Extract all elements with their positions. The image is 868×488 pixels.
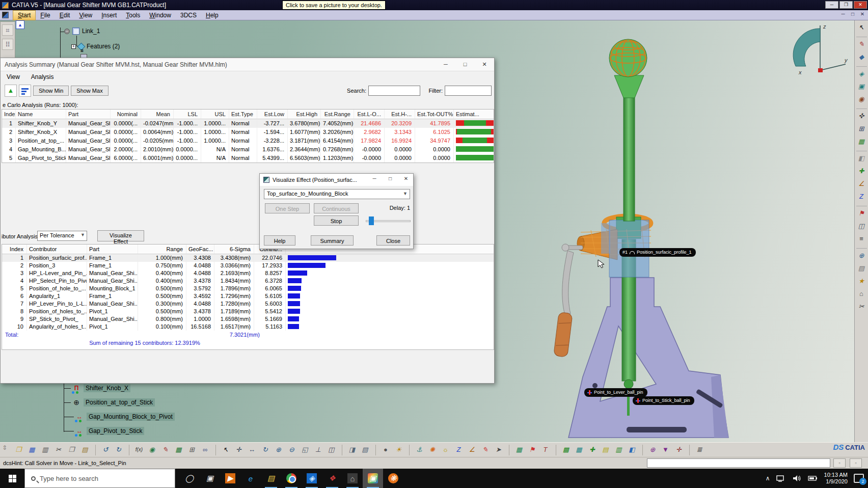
copy-icon[interactable]: ❐ [66, 445, 77, 455]
profile-annotation[interactable]: #1 Position_surfacic_profile_1 [619, 248, 696, 257]
feature-icon[interactable]: ◈ [856, 66, 867, 79]
camera-icon[interactable]: ● [375, 445, 391, 455]
column-header[interactable]: Est.L-O... [354, 110, 385, 119]
wireframe-icon[interactable]: ▧ [360, 445, 370, 455]
trim-icon[interactable]: ✂ [856, 302, 867, 312]
menu-item[interactable]: Help [201, 11, 223, 20]
pan-icon[interactable]: ↔ [247, 445, 257, 455]
view-compass[interactable]: z y x [789, 21, 850, 82]
analysis-teal-icon[interactable]: ▦ [574, 445, 584, 455]
contributor-row[interactable]: 6Angularity_1 Frame_10.500(mm) 3.45921.7… [2, 292, 494, 300]
tree-scroll-up-button[interactable]: ▲ [16, 20, 24, 29]
contributor-row[interactable]: 2Position_3 Frame_10.750(mm) 4.04883.036… [2, 262, 494, 269]
cortana-app[interactable]: ◯ [179, 469, 200, 488]
column-header[interactable]: 6-Sigma [214, 245, 254, 254]
column-header[interactable]: Part [66, 110, 111, 119]
cut-icon[interactable]: ✂ [53, 445, 64, 455]
tree-item-features[interactable]: + ≣ Features (2) [71, 43, 120, 50]
menu-item[interactable]: Start [13, 10, 36, 20]
secure-app[interactable]: ⌂ [342, 469, 363, 488]
link-icon[interactable]: ∞ [200, 445, 210, 455]
manikin-icon[interactable]: ✺ [427, 445, 438, 455]
target-red-icon[interactable]: ✛ [673, 445, 684, 455]
tray-chevron-icon[interactable]: ∧ [766, 475, 770, 482]
child-close-button[interactable]: ✕ [859, 11, 866, 17]
column-header[interactable]: Part [87, 245, 138, 254]
column-header[interactable]: Index [2, 245, 27, 254]
multi-view-icon[interactable]: ◫ [326, 445, 337, 455]
web-search-icon[interactable]: ◉ [147, 445, 157, 455]
dialog-close-icon[interactable]: ✕ [400, 176, 412, 181]
paint3d-app[interactable]: ◈ [302, 469, 322, 488]
bulb-icon[interactable]: ☼ [440, 445, 451, 455]
matrix-green-icon[interactable]: ▥ [613, 445, 624, 455]
column-header[interactable]: Contributor [27, 245, 87, 254]
window-icon[interactable]: ◫ [856, 221, 867, 231]
visualize-effect-button[interactable]: Visualize Effect [97, 230, 144, 241]
zoom-in-icon[interactable]: ⊕ [273, 445, 284, 455]
save-icon[interactable]: ▦ [26, 445, 37, 455]
menu-item[interactable]: Insert [97, 11, 121, 20]
contributor-row[interactable]: 7HP_Lever_Pin_to_L-L... Manual_Gear_Shi.… [2, 300, 494, 308]
select-icon[interactable]: ↖ [215, 445, 231, 455]
edge-app[interactable]: e [240, 469, 261, 488]
stop-button[interactable]: Stop [314, 215, 359, 226]
analysis-window-titlebar[interactable]: Analysis Summary (Manual Gear Shifter MV… [1, 58, 494, 71]
tree-item-shifter-knob-x[interactable]: Π Shifter_Knob_X [72, 384, 130, 392]
dialog-minimize-button[interactable]: ─ [369, 176, 380, 181]
zoom-icon[interactable]: ⊕ [856, 248, 867, 261]
contributor-row[interactable]: 9SP_Stick_to_Pivot_ Manual_Gear_Shi...0.… [2, 315, 494, 323]
dialog-maximize-button[interactable]: □ [385, 176, 396, 181]
drop-purple-icon[interactable]: ▼ [660, 445, 671, 455]
sheet-icon[interactable]: ▦ [173, 445, 184, 455]
formula-icon[interactable]: f(x) [129, 445, 144, 455]
compass-flag-icon[interactable]: ⚑ [527, 445, 537, 455]
sort-ascending-icon[interactable]: ▲ [5, 85, 17, 97]
movies-app[interactable]: ▶ [220, 469, 240, 488]
menu-item[interactable]: Edit [55, 11, 75, 20]
menu-item[interactable]: Tools [121, 11, 145, 20]
analysis-minimize-button[interactable]: ─ [438, 60, 453, 69]
column-header[interactable]: GeoFac... [186, 245, 214, 254]
column-header[interactable]: Mean [141, 110, 174, 119]
menu-item[interactable]: 3DCS [176, 11, 201, 20]
pen-icon[interactable]: ✎ [160, 445, 171, 455]
contributor-row[interactable]: 4HP_Select_Pin_to_Pivot Manual_Gear_Shi.… [2, 277, 494, 285]
part-icon[interactable]: ◆ [856, 52, 867, 62]
taskbar-search[interactable]: Type here to search [24, 469, 175, 488]
monte-carlo-row[interactable]: 4Gap_Mounting_B... Manual_Gear_Sh...2.00… [2, 145, 494, 154]
measure-purple-icon[interactable]: ⊕ [642, 445, 658, 455]
command-input[interactable] [647, 458, 830, 468]
status-button-1[interactable]: ▫ [833, 458, 846, 468]
point-icon[interactable]: ◉ [856, 94, 867, 104]
anchor-icon[interactable]: ⚓ [409, 445, 424, 455]
filter-input[interactable] [445, 86, 492, 96]
column-header[interactable]: Est.Tot-OUT% [415, 110, 454, 119]
monte-carlo-row[interactable]: 1Shifter_Knob_Y Manual_Gear_Sh...0.0000(… [2, 119, 494, 128]
tree-item-position-at-top[interactable]: ⊕ Position_at_top_of_Stick [72, 398, 155, 406]
summary-button[interactable]: Summary [311, 235, 354, 246]
monte-carlo-row[interactable]: 2Shifter_Knob_X Manual_Gear_Sh...0.0000(… [2, 128, 494, 137]
column-header[interactable]: Nominal [111, 110, 141, 119]
star-icon[interactable]: ★ [856, 276, 867, 286]
contributor-row[interactable]: 10Angularity_of_holes_t... Pivot_10.100(… [2, 323, 494, 331]
angle-measure-icon[interactable]: ∠ [467, 445, 477, 455]
lever-point-annotation[interactable]: Point_to_Lever_ball_pin [584, 388, 647, 397]
notification-icon[interactable]: 2 [854, 474, 864, 483]
tolerance-dropdown[interactable]: Top_surface_to_Mounting_Block▼ [264, 189, 410, 199]
sketch-icon[interactable]: ✎ [856, 37, 867, 49]
menu-analysis[interactable]: Analysis [31, 73, 54, 80]
run-icon[interactable]: ➤ [493, 445, 504, 455]
light-icon[interactable]: ☀ [393, 445, 404, 455]
store-app[interactable]: ▣ [200, 469, 220, 488]
toolbar-grip[interactable]: ⇕ [2, 444, 7, 451]
shading-icon[interactable]: ◨ [342, 445, 357, 455]
column-header[interactable]: Estimat... [454, 110, 494, 119]
paste-icon[interactable]: ▨ [79, 445, 90, 455]
half-blue-icon[interactable]: ◧ [627, 445, 637, 455]
show-max-button[interactable]: Show Max [71, 86, 108, 96]
sort-bars-icon[interactable] [19, 85, 31, 97]
contributor-row[interactable]: 5Position_of_hole_to_... Mounting_Block_… [2, 285, 494, 292]
fit-all-icon[interactable]: ◱ [300, 445, 310, 455]
continuous-button[interactable]: Continuous [314, 203, 359, 213]
